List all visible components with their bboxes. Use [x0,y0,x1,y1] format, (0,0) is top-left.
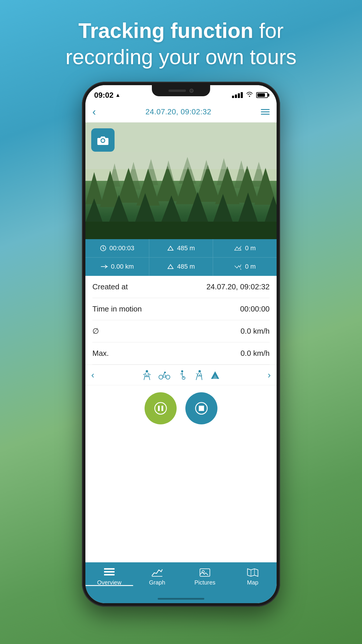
graph-tab-label: Graph [149,579,165,586]
svg-rect-52 [104,574,106,575]
mountain2-icon [167,263,174,270]
stats-section: 00:00:03 485 m [85,239,277,276]
activity-prev-button[interactable]: ‹ [91,370,94,380]
stat-ascent: 0 m [213,239,277,257]
altitude-min-value: 485 m [177,263,195,270]
svg-point-33 [146,370,148,372]
distance-value: 0.00 km [111,263,134,270]
stop-button[interactable] [185,392,217,424]
stat-altitude-max: 485 m [149,239,213,257]
clock-icon [100,245,106,251]
location-arrow-icon: ▲ [115,92,121,98]
phone-mockup: 09:02 ▲ [82,82,280,607]
camera-button[interactable] [91,128,115,152]
mountain-icon [167,245,174,251]
overview-icon [103,567,115,578]
motion-label: Time in motion [92,304,142,314]
info-section: Created at 24.07.20, 09:02:32 Time in mo… [85,276,277,365]
created-value: 24.07.20, 09:02:32 [206,282,270,291]
activity-bar: ‹ [85,365,277,385]
distance-icon [101,264,108,269]
stats-row-1: 00:00:03 485 m [85,239,277,258]
stat-altitude-min: 485 m [149,258,213,276]
hero-header: Tracking function for recording your own… [0,18,362,70]
notch-camera [189,89,194,93]
stats-row-2: 0.00 km 485 m [85,258,277,276]
stat-distance: 0.00 km [85,258,149,276]
svg-point-34 [159,375,163,379]
descent-value: 0 m [245,263,256,270]
hero-bold-text: Tracking function [78,19,253,42]
signal-icon [232,92,243,98]
svg-point-36 [164,372,166,373]
battery-icon [256,92,268,98]
svg-rect-54 [200,569,210,576]
svg-point-37 [181,370,183,372]
descent-icon [234,263,242,270]
nav-title: 24.07.20, 09:02:32 [145,107,211,116]
phone-notch [152,85,210,96]
activity-next-button[interactable]: › [268,370,271,380]
created-label: Created at [92,282,128,291]
info-avg-speed: ∅ 0.0 km/h [92,320,270,342]
max-speed-label: Max. [92,349,109,358]
forest-photo [85,123,277,239]
map-icon [247,567,259,578]
info-max-speed: Max. 0.0 km/h [92,342,270,365]
menu-button[interactable] [261,109,270,115]
wifi-icon [246,91,253,99]
svg-rect-51 [104,571,106,573]
svg-rect-50 [104,568,106,570]
app-navbar: ‹ 24.07.20, 09:02:32 [85,102,277,123]
camera-icon [96,134,109,146]
svg-point-42 [155,402,166,414]
tab-graph[interactable]: Graph [133,567,181,586]
pictures-icon [199,567,211,578]
cycle-icon[interactable] [159,371,170,379]
controls-section [85,385,277,431]
info-created: Created at 24.07.20, 09:02:32 [92,276,270,298]
svg-rect-43 [158,406,160,411]
terrain-icon[interactable] [210,371,220,379]
graph-icon [151,567,163,578]
svg-rect-46 [199,406,204,411]
avg-speed-value: 0.0 km/h [240,327,270,336]
avg-speed-label: ∅ [92,327,99,336]
hero-rest-text: for [253,19,284,42]
status-icons [232,91,268,99]
stat-duration: 00:00:03 [85,239,149,257]
info-motion: Time in motion 00:00:00 [92,298,270,320]
motion-value: 00:00:00 [240,304,270,314]
activity-icons [142,370,220,380]
home-indicator [158,598,204,600]
run-icon[interactable] [194,370,203,380]
pause-button[interactable] [145,392,177,424]
tab-overview[interactable]: Overview [85,567,133,586]
max-speed-value: 0.0 km/h [240,349,270,358]
svg-rect-44 [161,406,163,411]
ascent-icon [234,245,242,251]
svg-rect-31 [85,152,277,169]
tab-pictures[interactable]: Pictures [181,567,229,586]
hike-icon[interactable] [142,370,152,380]
duration-value: 00:00:03 [109,244,134,252]
notch-speaker [168,90,186,92]
pictures-tab-label: Pictures [194,579,215,586]
altitude-max-value: 485 m [177,244,195,252]
svg-point-39 [198,370,201,372]
ascent-value: 0 m [245,244,256,252]
status-time: 09:02 ▲ [94,91,120,100]
tab-map[interactable]: Map [229,567,277,586]
map-tab-label: Map [247,579,259,586]
svg-rect-29 [85,222,277,239]
svg-point-35 [166,375,170,379]
stat-descent: 0 m [213,258,277,276]
tab-bar: Overview Graph [85,562,277,603]
back-button[interactable]: ‹ [92,106,96,118]
adaptive-icon[interactable] [177,370,187,380]
hero-line2: recording your own tours [66,45,296,69]
